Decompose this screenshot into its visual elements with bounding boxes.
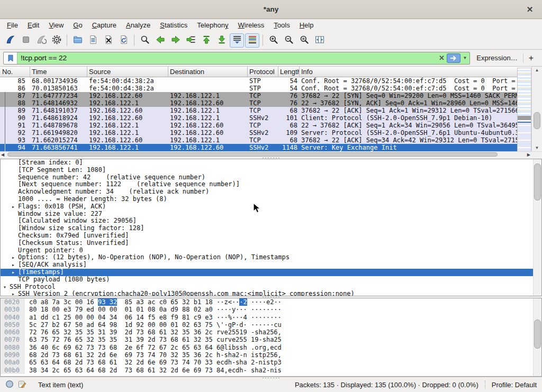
filter-bookmark-button[interactable] xyxy=(4,52,17,64)
hex-row-0080[interactable]: 008036 40 6c 69 62 73 73 68 2e 6f 72 67 … xyxy=(1,344,541,351)
hex-ascii[interactable]: ··z<···2 ····e2·· xyxy=(216,298,282,306)
hex-row-0030[interactable]: 003080 18 00 e3 79 ed 00 00 01 01 08 0a … xyxy=(1,306,541,313)
capture-options-button[interactable] xyxy=(49,33,64,48)
collapsed-arrow-icon[interactable]: ▸ xyxy=(12,261,15,269)
zoom-in-button[interactable] xyxy=(266,33,281,48)
hex-scrollbar[interactable] xyxy=(533,298,541,376)
packet-list-minimap[interactable] xyxy=(517,68,531,151)
hex-ascii[interactable]: h-sha2-n istp256, xyxy=(216,351,282,359)
hex-bytes[interactable]: 5c 27 b2 67 50 ad 64 98 1d 92 00 00 01 0… xyxy=(29,321,213,329)
hex-bytes[interactable]: 63 75 72 76 65 32 35 35 31 39 2d 73 68 6… xyxy=(29,336,213,343)
go-forward-button[interactable] xyxy=(168,33,183,48)
details-line[interactable]: [Window size scaling factor: 128] xyxy=(1,225,541,232)
hex-row-0090[interactable]: 009068 2d 73 68 61 32 2d 6e 69 73 74 70 … xyxy=(1,351,541,359)
packet-row-85[interactable]: 8568.001734936fe:54:00:d4:38:2aSTP54Conf… xyxy=(0,77,517,85)
details-line[interactable]: ▾SSH Protocol xyxy=(1,284,541,291)
packet-list-scrollbar[interactable]: ▲ ▼ xyxy=(531,67,542,151)
hex-row-00a0[interactable]: 00a065 63 64 68 2d 73 68 61 32 2d 6e 69 … xyxy=(1,359,541,366)
scroll-up-icon[interactable]: ▲ xyxy=(532,67,542,74)
details-line[interactable]: TCP payload (1080 bytes) xyxy=(1,276,541,284)
capture-comment-icon[interactable] xyxy=(18,380,26,390)
go-to-packet-button[interactable] xyxy=(184,33,198,48)
hex-bytes[interactable]: 38 34 2c 65 63 64 68 2d 73 68 61 32 2d 6… xyxy=(29,367,213,374)
hex-ascii[interactable]: 6@libssh .org,ecd xyxy=(216,344,282,351)
packet-row-87[interactable]: 8771.647777234192.168.122.60192.168.122.… xyxy=(0,92,517,99)
hscroll-thumb[interactable] xyxy=(7,152,498,157)
details-line[interactable]: [Calculated window size: 29056] xyxy=(1,217,541,225)
hex-ascii[interactable]: rve25519 -sha256, xyxy=(216,329,282,336)
hex-ascii[interactable]: curve255 19-sha25 xyxy=(216,336,282,343)
packet-row-92[interactable]: 9271.661949820192.168.122.1192.168.122.6… xyxy=(0,129,517,136)
open-file-button[interactable] xyxy=(70,33,85,48)
go-back-button[interactable] xyxy=(153,33,167,48)
hex-row-0050[interactable]: 00505c 27 b2 67 50 ad 64 98 1d 92 00 00 … xyxy=(1,321,541,329)
details-scroll-thumb[interactable] xyxy=(534,163,541,200)
menu-wireless[interactable]: Wireless xyxy=(233,20,269,31)
details-line[interactable]: Sequence number: 42 (relative sequence n… xyxy=(1,174,541,181)
expanded-arrow-icon[interactable]: ▾ xyxy=(3,284,6,291)
reload-file-button[interactable] xyxy=(116,33,131,48)
details-line[interactable]: ▸[SEQ/ACK analysis] xyxy=(1,261,541,269)
hex-ascii[interactable]: ····y··· ········ xyxy=(216,306,282,313)
menu-statistics[interactable]: Statistics xyxy=(155,20,192,31)
packet-list-hscrollbar[interactable]: ◀ ▶ xyxy=(0,151,542,157)
menu-file[interactable]: File xyxy=(2,20,23,31)
column-source[interactable]: Source xyxy=(87,67,168,77)
details-line[interactable]: [Stream index: 0] xyxy=(1,159,541,167)
stop-capture-button[interactable] xyxy=(19,33,33,48)
column-length[interactable]: Length xyxy=(278,67,300,77)
hex-bytes[interactable]: 65 63 64 68 2d 73 68 61 32 2d 6e 69 73 7… xyxy=(29,359,213,366)
packet-row-93[interactable]: 9371.662015274192.168.122.60192.168.122.… xyxy=(0,136,517,144)
collapsed-arrow-icon[interactable]: ▸ xyxy=(12,254,15,261)
collapsed-arrow-icon[interactable]: ▸ xyxy=(12,269,15,276)
menu-help[interactable]: Help xyxy=(295,20,319,31)
auto-scroll-button[interactable] xyxy=(230,33,244,48)
menu-tools[interactable]: Tools xyxy=(269,20,294,31)
hex-ascii[interactable]: ···%···4 ········ xyxy=(216,314,282,321)
hex-bytes[interactable]: 68 2d 73 68 61 32 2d 6e 69 73 74 70 32 3… xyxy=(29,351,213,359)
find-packet-button[interactable] xyxy=(138,33,152,48)
close-file-button[interactable] xyxy=(101,33,115,48)
save-file-button[interactable] xyxy=(86,33,100,48)
hex-row-0040[interactable]: 0040a1 dd c1 25 00 00 04 34 06 14 f5 e8 … xyxy=(1,314,541,321)
hex-row-0020[interactable]: 0020c0 a8 7a 3c 00 16 93 32 85 a3 ac c0 … xyxy=(1,298,541,306)
column-protocol[interactable]: Protocol xyxy=(248,67,278,77)
hex-row-0060[interactable]: 006072 76 65 32 35 35 31 39 2d 73 68 61 … xyxy=(1,329,541,336)
menu-analyze[interactable]: Analyze xyxy=(121,20,155,31)
hex-bytes[interactable]: c0 a8 7a 3c 00 16 93 32 85 a3 ac c0 65 3… xyxy=(29,298,213,306)
details-line[interactable]: ▸Flags: 0x018 (PSH, ACK) xyxy=(1,203,541,211)
hex-bytes[interactable]: 36 40 6c 69 62 73 73 68 2e 6f 72 67 2c 6… xyxy=(29,344,213,351)
scroll-thumb[interactable] xyxy=(534,112,540,129)
details-line[interactable]: Acknowledgment number: 34 (relative ack … xyxy=(1,188,541,196)
add-filter-button[interactable]: + xyxy=(523,53,539,63)
packet-row-94[interactable]: 9471.663856741192.168.122.1192.168.122.6… xyxy=(0,144,517,151)
zoom-out-button[interactable] xyxy=(282,33,296,48)
go-first-button[interactable] xyxy=(199,33,213,48)
menu-capture[interactable]: Capture xyxy=(87,20,121,31)
restart-capture-button[interactable] xyxy=(34,33,48,48)
hex-ascii[interactable]: 84,ecdh- sha2-nis xyxy=(216,367,282,374)
go-last-button[interactable] xyxy=(214,33,229,48)
display-filter-field[interactable]: ✕ ▼ xyxy=(3,52,470,65)
details-line[interactable]: [TCP Segment Len: 1080] xyxy=(1,167,541,174)
menu-edit[interactable]: Edit xyxy=(23,20,44,31)
hex-scroll-thumb[interactable] xyxy=(534,320,541,349)
start-capture-button[interactable] xyxy=(3,33,17,48)
column-destination[interactable]: Destination xyxy=(168,67,248,77)
colorize-button[interactable] xyxy=(245,33,259,48)
hex-bytes[interactable]: 72 76 65 32 35 35 31 39 2d 73 68 61 32 3… xyxy=(29,329,213,336)
expression-button[interactable]: Expression… xyxy=(476,54,517,62)
hex-bytes[interactable]: 80 18 00 e3 79 ed 00 00 01 01 08 0a d9 8… xyxy=(29,306,213,313)
details-line[interactable]: [Next sequence number: 1122 (relative se… xyxy=(1,181,541,188)
resize-columns-button[interactable] xyxy=(312,33,327,48)
column-info[interactable]: Info xyxy=(300,67,531,77)
menu-go[interactable]: Go xyxy=(68,20,87,31)
hex-ascii[interactable]: \'·gP·d· ······cu xyxy=(216,321,282,329)
packet-row-90[interactable]: 9071.648618924192.168.122.60192.168.122.… xyxy=(0,114,517,122)
profile-status[interactable]: Profile: Default xyxy=(492,381,537,389)
details-line[interactable]: Window size value: 227 xyxy=(1,211,541,218)
packet-row-86[interactable]: 8670.013850163fe:54:00:d4:38:2aSTP54Conf… xyxy=(0,85,517,92)
hex-row-0070[interactable]: 007063 75 72 76 65 32 35 35 31 39 2d 73 … xyxy=(1,336,541,343)
collapsed-arrow-icon[interactable]: ▸ xyxy=(12,203,15,211)
column-time[interactable]: Time xyxy=(30,67,87,77)
